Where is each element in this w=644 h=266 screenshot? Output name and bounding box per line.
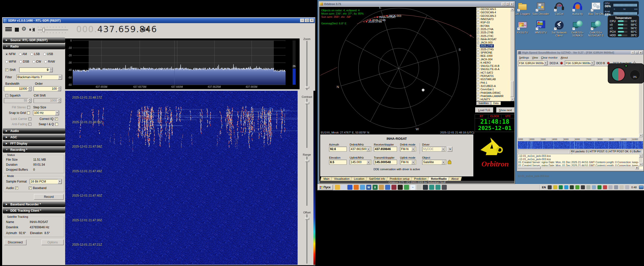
desktop-icon-bias-tee-on[interactable]: ⚙⚙↗Bias Tee ON: [587, 2, 605, 15]
cube-icon[interactable]: [592, 185, 596, 189]
satellite-marker[interactable]: [366, 21, 367, 22]
panel-recording[interactable]: ▼Recording *: [3, 147, 65, 153]
sat-checkbox[interactable]: [477, 18, 479, 20]
sat-checkbox[interactable]: [477, 62, 479, 64]
show-next-button[interactable]: Show next: [496, 107, 514, 113]
log-h-scrollbar[interactable]: ▶: [518, 166, 639, 169]
sat-list-item[interactable]: 2025-274C: [476, 34, 510, 37]
sample-format-dropdown[interactable]: 16 Bit PCM ▼: [30, 179, 62, 184]
dropdown-arrow-icon[interactable]: ▼: [58, 179, 62, 184]
sdr-wave-icon[interactable]: ~: [410, 185, 415, 190]
swap-iq-checkbox[interactable]: [55, 123, 58, 126]
slider-track-range[interactable]: [306, 157, 307, 206]
sat-list-item[interactable]: SNUGLITE-III-A: [476, 68, 510, 71]
sat-checkbox[interactable]: [477, 95, 479, 97]
record-button[interactable]: Record: [34, 194, 64, 200]
antivirus-icon[interactable]: [575, 185, 579, 189]
maximize-button[interactable]: □: [305, 19, 309, 22]
menu-settings[interactable]: Settings: [517, 56, 531, 60]
sat-checkbox[interactable]: [477, 11, 479, 14]
close-button[interactable]: ✕: [310, 19, 314, 22]
scroll-up-icon[interactable]: ▲: [639, 154, 643, 158]
slider-thumb[interactable]: [305, 217, 309, 220]
chat-icon[interactable]: [603, 185, 607, 189]
word-icon[interactable]: W: [366, 185, 371, 190]
waterfall-panel[interactable]: 2025-12-01 21:48:17Z2025-12-01 21:48:08Z…: [65, 91, 298, 265]
gray-app-icon[interactable]: [417, 185, 422, 190]
desktop-icon-cwget[interactable]: CW↗CwGet: [550, 2, 568, 15]
desktop-icon-getkiss-nushsat-1[interactable]: ↗GetKISS+ NUSHSAT-1: [587, 20, 605, 37]
window-group-icon[interactable]: [385, 185, 390, 190]
radio-icon[interactable]: [32, 60, 35, 63]
stop-icon[interactable]: [15, 28, 19, 32]
sat-checkbox[interactable]: [477, 68, 479, 70]
sync-icon[interactable]: [559, 185, 563, 189]
sat-list-item[interactable]: 3UCUBED-A: [476, 84, 510, 88]
modem-a-combo[interactable]: FSK G3RUH 9600bd▼: [518, 61, 548, 65]
orbitron-titlebar[interactable]: Orbitron 3.71 ─ □ ✕: [319, 2, 514, 6]
key-icon[interactable]: [553, 185, 557, 189]
scroll-right-icon[interactable]: ▶: [635, 166, 639, 169]
tower-icon[interactable]: [570, 185, 574, 189]
bandwidth-spinner[interactable]: ▲▼: [28, 86, 31, 91]
order-spinner[interactable]: ▲▼: [58, 86, 61, 91]
sat-list-item[interactable]: ✓INHA-ROSAT: [476, 38, 510, 41]
dropdown-arrow-icon[interactable]: ▼: [411, 147, 415, 151]
sat-checkbox[interactable]: [477, 21, 479, 24]
sat-list-item[interactable]: 2025-274F: [476, 44, 510, 48]
list-tab-data[interactable]: Data: [491, 102, 501, 105]
sat-list-item[interactable]: ✓2025-274A: [476, 28, 510, 31]
mode-option-lsb[interactable]: LSB: [30, 52, 40, 56]
tab-prediction[interactable]: Prediction: [411, 177, 430, 181]
mode-option-am[interactable]: AM: [19, 52, 27, 56]
mode-option-nfm[interactable]: NFM: [5, 52, 15, 56]
satellite-marker[interactable]: [386, 15, 388, 17]
sat-checkbox[interactable]: [477, 98, 479, 101]
sat-list-item[interactable]: PERSAT01: [476, 74, 510, 78]
tab-location[interactable]: Location: [351, 177, 368, 181]
radio-icon[interactable]: [19, 60, 22, 63]
sat-checkbox[interactable]: [477, 72, 479, 74]
driver-config-button[interactable]: ⇲: [447, 147, 452, 152]
sat-checkbox[interactable]: [477, 35, 479, 37]
sat-list-item[interactable]: 6GSTARLAB: [476, 78, 510, 81]
log-area[interactable]: -12-01_eu1xx_jack-003.kss-12-01_eu1xx_ja…: [518, 154, 643, 169]
green-app-icon[interactable]: [404, 185, 409, 190]
shift-field[interactable]: 0 ▲▼: [19, 67, 53, 72]
show-desktop-icon[interactable]: [639, 186, 643, 189]
dropdown-arrow-icon[interactable]: ▼: [544, 61, 547, 65]
bandwidth-field[interactable]: 11000 ▲▼: [4, 86, 31, 91]
blue-orb-icon[interactable]: [347, 185, 352, 190]
sat-list-item[interactable]: PHASMA-DIRAC: [476, 91, 510, 94]
radio-icon[interactable]: [5, 53, 8, 56]
baseband-checkbox[interactable]: ✓: [29, 187, 32, 190]
receive-doppler-field[interactable]: 437.659846: [374, 147, 397, 152]
sat-checkbox[interactable]: [477, 65, 479, 67]
step-size-dropdown[interactable]: 100 Hz ▼: [33, 110, 59, 115]
chart-icon[interactable]: [597, 185, 601, 189]
volume-icon[interactable]: [620, 185, 624, 189]
correct-iq-checkbox[interactable]: ✓: [55, 117, 58, 120]
satellite-list[interactable]: GEOSCAN-5GEOSCAN-4GEOSCAN-3INNOSAT3RSP-0…: [476, 7, 514, 101]
desktop-icon-rxsstv[interactable]: RXSSTV↗RXSSTV: [513, 20, 532, 37]
panel-baseband-recorder[interactable]: ▶Baseband Recorder *: [3, 202, 65, 207]
disconnect-button[interactable]: Disconnect: [4, 240, 26, 245]
slider-track-zoom[interactable]: [306, 41, 307, 90]
menu-view[interactable]: View: [531, 56, 540, 60]
clock-tab-rt[interactable]: RT: [475, 115, 488, 118]
desktop-icon-sats-decoder[interactable]: ↗Sats Decoder: [532, 2, 550, 15]
mode-option-usb[interactable]: USB: [43, 52, 53, 56]
sat-list-item[interactable]: HCT-SAT2: [476, 71, 510, 74]
slider-track-offset[interactable]: [306, 214, 307, 263]
menu-icon[interactable]: [5, 27, 12, 32]
uplink-combo[interactable]: 145.000▼: [350, 160, 371, 165]
load-tle-button[interactable]: Load TLE: [475, 107, 493, 113]
elevation-field[interactable]: 8.5: [329, 160, 347, 165]
gear-icon[interactable]: ⚙: [21, 26, 26, 32]
sat-checkbox[interactable]: ✓: [477, 28, 479, 30]
sat-checkbox[interactable]: ✓: [477, 38, 479, 40]
satellite-marker[interactable]: [370, 19, 371, 21]
sat-list-item[interactable]: HUNITY: [476, 98, 510, 101]
panel-agc[interactable]: ▶AGC: [3, 135, 65, 140]
radio-icon[interactable]: [5, 60, 8, 63]
